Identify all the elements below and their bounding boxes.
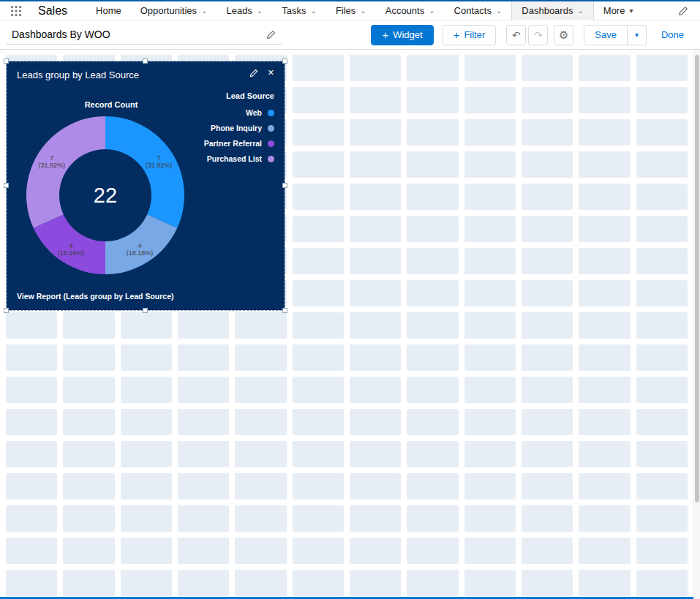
tab-label: Home [96, 5, 121, 16]
resize-handle-mid-right[interactable] [282, 183, 287, 188]
grid-cell [407, 151, 458, 178]
grid-cell [350, 377, 401, 403]
grid-cell [235, 473, 286, 500]
grid-cell [293, 344, 344, 371]
edit-widget-pencil-icon[interactable] [249, 69, 258, 78]
grid-cell [636, 312, 688, 339]
dashboard-edit-toolbar: Dashboards By WOO + Widget + Filter ↶ ↷ … [0, 20, 700, 50]
tab-tasks[interactable]: Tasks⌄ [272, 1, 326, 20]
grid-cell [407, 538, 458, 564]
undo-button[interactable]: ↶ [506, 25, 526, 45]
chevron-down-icon: ⌄ [577, 7, 583, 15]
grid-cell [350, 344, 401, 371]
app-launcher-icon[interactable] [10, 4, 26, 18]
remove-widget-close-icon[interactable]: ✕ [268, 68, 274, 78]
grid-cell [293, 538, 344, 564]
resize-handle-top-left[interactable] [4, 59, 9, 64]
done-button[interactable]: Done [655, 25, 690, 45]
redo-button[interactable]: ↷ [528, 25, 548, 45]
grid-cell [6, 505, 57, 532]
grid-cell [407, 119, 458, 146]
grid-cell [407, 570, 458, 596]
grid-cell [178, 570, 229, 596]
resize-handle-top-center[interactable] [143, 59, 148, 64]
legend-swatch [268, 110, 274, 116]
edit-page-pencil-icon[interactable] [678, 6, 688, 16]
legend-label: Phone Inquiry [211, 124, 262, 132]
grid-cell [579, 248, 630, 274]
legend-item-web[interactable]: Web [204, 108, 274, 117]
grid-cell [178, 538, 229, 564]
grid-cell [6, 344, 57, 371]
tab-accounts[interactable]: Accounts⌄ [376, 1, 445, 20]
grid-cell [121, 377, 172, 403]
grid-cell [121, 538, 172, 564]
grid-cell [6, 441, 57, 467]
grid-cell [522, 505, 573, 532]
toolbar-actions: + Widget + Filter ↶ ↷ ⚙ Save ▾ Done [371, 25, 690, 45]
legend-item-phone-inquiry[interactable]: Phone Inquiry [204, 124, 274, 132]
grid-cell [464, 216, 516, 242]
add-widget-button[interactable]: + Widget [371, 25, 433, 45]
grid-cell [522, 119, 573, 146]
tab-files[interactable]: Files⌄ [326, 1, 376, 20]
grid-cell [178, 441, 229, 467]
legend-label: Web [246, 108, 262, 117]
save-dropdown-button[interactable]: ▾ [628, 25, 647, 45]
caret-down-icon: ▾ [635, 31, 639, 39]
grid-cell [6, 473, 57, 500]
grid-cell [579, 473, 630, 500]
grid-cell [579, 505, 630, 532]
dashboard-title-field[interactable]: Dashboards By WOO [6, 25, 282, 45]
grid-cell [63, 409, 114, 435]
vertical-scrollbar[interactable] [693, 50, 700, 599]
tab-opportunities[interactable]: Opportunities⌄ [131, 1, 217, 20]
dashboard-title[interactable]: Dashboards By WOO [12, 29, 110, 40]
tab-dashboards[interactable]: Dashboards⌄ [511, 1, 594, 20]
grid-cell [522, 538, 573, 564]
tab-label: Files [336, 5, 355, 16]
grid-cell [235, 505, 286, 532]
donut-chart-widget[interactable]: Leads group by Lead Source ✕ Record Coun… [7, 61, 285, 310]
grid-cell [464, 377, 516, 403]
donut-slice-purchased-list[interactable] [26, 116, 105, 228]
save-button[interactable]: Save [584, 25, 628, 45]
scrollbar-thumb[interactable] [695, 55, 699, 502]
donut-slice-web[interactable] [105, 116, 184, 228]
tab-home[interactable]: Home [86, 1, 131, 20]
resize-handle-bottom-right[interactable] [282, 308, 287, 313]
record-count-label: Record Count [32, 100, 190, 109]
grid-cell [636, 151, 688, 178]
resize-handle-top-right[interactable] [282, 59, 287, 64]
view-report-link[interactable]: View Report (Leads group by Lead Source) [17, 292, 174, 301]
grid-cell [636, 570, 688, 596]
grid-cell [636, 441, 688, 467]
grid-cell [178, 409, 229, 435]
grid-cell [522, 216, 573, 242]
tab-label: Tasks [282, 5, 306, 16]
app-name: Sales [38, 4, 67, 18]
grid-cell [636, 538, 688, 564]
selected-widget-container[interactable]: Leads group by Lead Source ✕ Record Coun… [6, 61, 285, 311]
resize-handle-bottom-left[interactable] [4, 308, 9, 313]
legend-item-purchased-list[interactable]: Purchased List [204, 154, 274, 163]
grid-cell [293, 441, 344, 467]
tab-contacts[interactable]: Contacts⌄ [445, 1, 512, 20]
global-navigation-bar: Sales HomeOpportunities⌄Leads⌄Tasks⌄File… [0, 1, 700, 20]
donut-chart: 7(31.82%)4(18.18%)4(18.18%)7(31.82%) [21, 111, 189, 279]
legend-item-partner-referral[interactable]: Partner Referral [204, 139, 274, 148]
grid-cell [178, 312, 229, 339]
dashboard-properties-button[interactable]: ⚙ [554, 25, 573, 45]
dashboard-canvas: Leads group by Lead Source ✕ Record Coun… [0, 50, 700, 599]
resize-handle-bottom-center[interactable] [143, 308, 148, 313]
add-filter-button[interactable]: + Filter [443, 25, 497, 45]
grid-cell [121, 505, 172, 532]
edit-title-pencil-icon[interactable] [266, 30, 276, 39]
tab-leads[interactable]: Leads⌄ [217, 1, 272, 20]
legend-swatch [268, 140, 274, 147]
tab-more[interactable]: More▾ [594, 1, 643, 20]
grid-cell [636, 87, 688, 113]
grid-cell [636, 473, 688, 500]
resize-handle-mid-left[interactable] [4, 183, 9, 188]
waffle-grid-icon [10, 5, 22, 17]
